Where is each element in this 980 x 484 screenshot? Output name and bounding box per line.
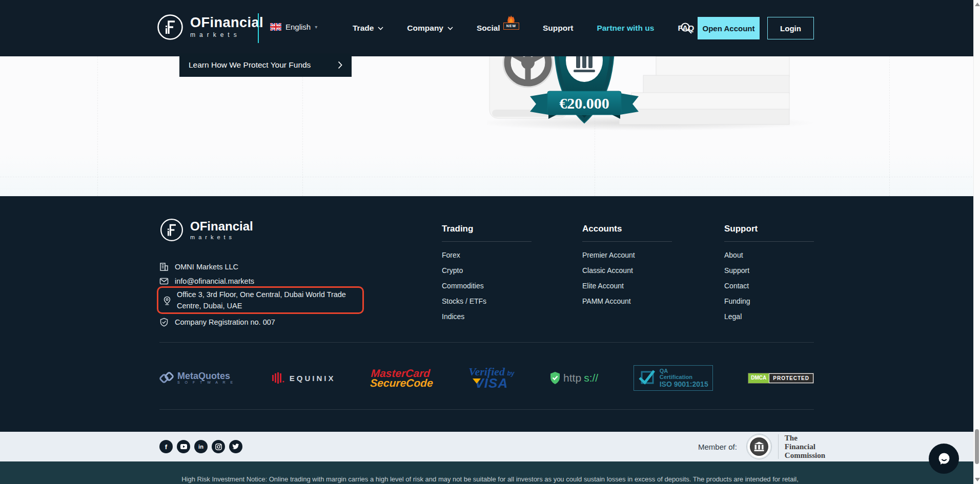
member-of-block: Member of: The [698, 432, 825, 461]
equinix-logo: EQUINIX [270, 372, 336, 384]
chat-icon [936, 451, 952, 467]
footer-link-elite-account[interactable]: Elite Account [582, 282, 685, 297]
nav-item-support[interactable]: Support [543, 24, 573, 33]
nav-item-company[interactable]: Company [407, 24, 453, 33]
nav-item-social[interactable]: Social NEW [477, 24, 519, 33]
facebook-icon[interactable]: f [159, 440, 173, 453]
equinix-icon [270, 372, 285, 384]
new-badge: NEW [503, 14, 519, 30]
caret-down-icon: ▾ [315, 24, 317, 30]
footer-divider [159, 342, 814, 343]
company-name: OMNI Markets LLC [175, 262, 238, 272]
footer: OFinancial markets OMNI Markets LLC info… [0, 196, 980, 432]
risk-notice-strip: High Risk Investment Notice: Online trad… [0, 461, 980, 484]
financial-commission-name: The Financial Commission [785, 434, 825, 460]
qa-check-icon [638, 369, 656, 387]
column-title: Trading [442, 224, 532, 242]
financial-commission-seal [746, 434, 772, 459]
linkedin-icon[interactable]: in [194, 440, 208, 453]
building-icon [159, 262, 169, 271]
green-shield-icon [549, 371, 561, 385]
scrollbar-thumb[interactable] [975, 429, 979, 464]
company-row: OMNI Markets LLC [159, 262, 238, 272]
mastercard-securecode-logo: MasterCard SecureCode [370, 368, 434, 388]
bank-columns-icon [573, 56, 596, 72]
youtube-icon[interactable] [177, 440, 190, 453]
risk-notice-text: High Risk Investment Notice: Online trad… [0, 461, 980, 483]
grid-line [0, 177, 980, 177]
social-links: f in [159, 440, 242, 453]
footer-link-commodities[interactable]: Commodities [442, 282, 544, 297]
email-row[interactable]: info@ofinancial.markets [159, 276, 254, 287]
bonus-amount: €20.000 [559, 95, 609, 112]
grid-line [302, 56, 303, 196]
brand-logo[interactable]: OFinancial markets [156, 13, 263, 41]
footer-brand-name: OFinancial [190, 220, 253, 233]
footer-link-indices[interactable]: Indices [442, 312, 544, 328]
footer-link-legal[interactable]: Legal [724, 312, 827, 328]
flame-icon [505, 14, 517, 23]
footer-link-stocks-etfs[interactable]: Stocks / ETFs [442, 297, 544, 312]
iso-certification-logo: QA Certification ISO 9001:2015 [634, 365, 713, 391]
seal-divider [778, 434, 779, 459]
bank-columns-icon [753, 441, 765, 452]
bottom-band: f in Member of: [0, 432, 980, 461]
arrow-right-icon [338, 61, 342, 69]
footer-link-crypto[interactable]: Crypto [442, 266, 544, 282]
login-button[interactable]: Login [767, 17, 814, 39]
metaquotes-logo: MetaQuotes S O F T W A R E [159, 371, 235, 385]
column-title: Support [724, 224, 814, 242]
registration-number: Company Registration no. 007 [175, 317, 275, 328]
office-address: Office 3, 3rd Floor, One Central, Dubai … [177, 289, 358, 311]
footer-logo[interactable]: OFinancial markets [159, 218, 253, 242]
footer-link-funding[interactable]: Funding [724, 297, 827, 312]
footer-link-contact[interactable]: Contact [724, 282, 827, 297]
language-selector[interactable]: English ▾ [270, 23, 317, 31]
address-highlight-box: Office 3, 3rd Floor, One Central, Dubai … [157, 286, 364, 314]
main-nav: Trade Company Social NEW [353, 0, 694, 56]
https-logo: https:// [549, 371, 598, 385]
brand-sub: markets [190, 31, 263, 38]
footer-column-trading: Trading Forex Crypto Commodities Stocks … [442, 224, 544, 328]
member-of-label: Member of: [698, 443, 737, 451]
visa-gold-triangle [473, 378, 481, 384]
protect-funds-label: Learn How We Protect Your Funds [189, 60, 338, 70]
navbar: OFinancial markets English ▾ Trade [0, 0, 980, 56]
registration-row: Company Registration no. 007 [159, 317, 275, 328]
page: OFinancial markets English ▾ Trade [0, 0, 980, 484]
chevron-down-icon [378, 27, 383, 30]
footer-link-pamm-account[interactable]: PAMM Account [582, 297, 685, 312]
partner-logos: MetaQuotes S O F T W A R E EQUINIX [159, 363, 814, 393]
shield-check-icon [159, 318, 169, 327]
envelope-icon [159, 277, 169, 286]
footer-link-premier-account[interactable]: Premier Account [582, 251, 685, 266]
location-pin-icon [162, 296, 172, 305]
footer-divider [159, 409, 814, 410]
nav-item-trade[interactable]: Trade [353, 24, 383, 33]
brand-logo-icon [156, 13, 184, 41]
nav-item-partner-with-us[interactable]: Partner with us [597, 24, 654, 33]
stairs-graphic [619, 56, 789, 124]
footer-link-support[interactable]: Support [724, 266, 827, 282]
chevron-down-icon [447, 27, 453, 30]
search-icon[interactable] [680, 22, 693, 35]
nav-divider [258, 13, 259, 43]
scrollbar-up-arrow[interactable] [975, 3, 980, 6]
footer-link-about[interactable]: About [724, 251, 827, 266]
footer-link-classic-account[interactable]: Classic Account [582, 266, 685, 282]
footer-link-forex[interactable]: Forex [442, 251, 544, 266]
twitter-icon[interactable] [229, 440, 242, 453]
footer-column-support: Support About Support Contact Funding Le… [724, 224, 827, 328]
dmca-protected-badge[interactable]: DMCA PROTECTED [748, 373, 814, 384]
grid-line [889, 56, 890, 196]
metaquotes-icon [159, 371, 174, 385]
instagram-icon[interactable] [212, 440, 225, 453]
language-label: English [285, 23, 311, 31]
protect-funds-button[interactable]: Learn How We Protect Your Funds [179, 53, 352, 77]
chat-launcher-button[interactable] [929, 444, 959, 474]
scrollbar-down-arrow[interactable] [975, 478, 980, 481]
email-address: info@ofinancial.markets [175, 276, 254, 287]
open-account-button[interactable]: Open Account [698, 17, 760, 39]
scrollbar[interactable] [973, 0, 980, 484]
hero-illustration: €20.000 [487, 56, 846, 134]
